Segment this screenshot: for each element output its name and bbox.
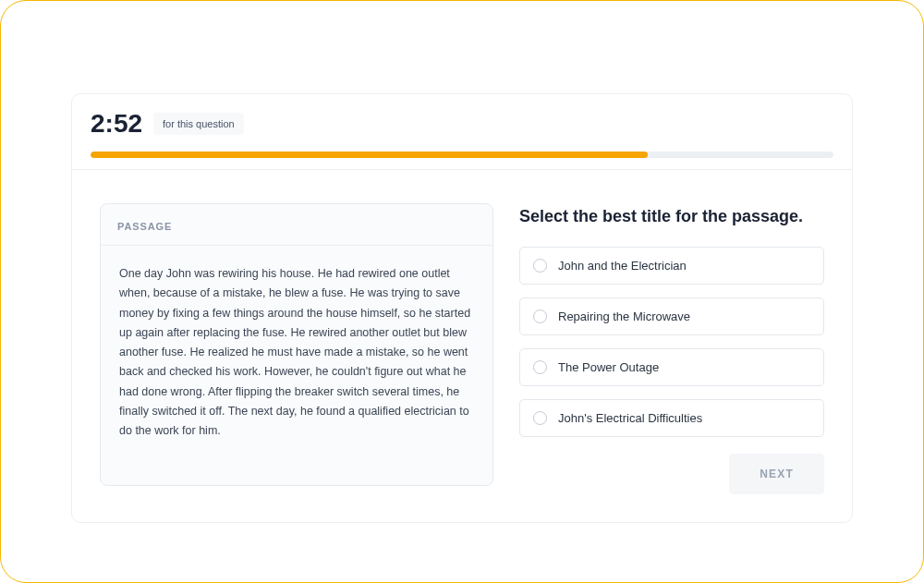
answer-option-1[interactable]: Repairing the Microwave <box>519 298 824 335</box>
card-header: 2:52 for this question <box>72 94 852 152</box>
answer-option-3[interactable]: John's Electrical Difficulties <box>519 399 824 437</box>
answer-option-label: The Power Outage <box>558 360 659 374</box>
progress-area <box>72 152 852 169</box>
passage-heading: PASSAGE <box>101 204 492 246</box>
question-card: 2:52 for this question PASSAGE One day J… <box>71 93 853 523</box>
progress-fill <box>91 152 648 158</box>
answer-option-label: Repairing the Microwave <box>558 310 690 323</box>
answer-option-0[interactable]: John and the Electrician <box>519 247 824 285</box>
outer-frame: 2:52 for this question PASSAGE One day J… <box>0 0 924 583</box>
radio-icon <box>533 411 547 425</box>
passage-box: PASSAGE One day John was rewiring his ho… <box>100 203 493 486</box>
passage-column: PASSAGE One day John was rewiring his ho… <box>100 203 493 494</box>
card-body: PASSAGE One day John was rewiring his ho… <box>72 170 852 522</box>
next-button[interactable]: NEXT <box>729 454 824 494</box>
timer-label: for this question <box>153 113 244 135</box>
progress-track <box>91 152 833 158</box>
question-prompt: Select the best title for the passage. <box>519 207 824 226</box>
answer-option-2[interactable]: The Power Outage <box>519 348 824 386</box>
radio-icon <box>533 259 547 273</box>
passage-text: One day John was rewiring his house. He … <box>101 246 492 485</box>
answer-option-label: John's Electrical Difficulties <box>558 411 702 425</box>
timer-value: 2:52 <box>91 109 142 139</box>
next-button-row: NEXT <box>519 454 824 494</box>
radio-icon <box>533 360 547 374</box>
question-column: Select the best title for the passage. J… <box>519 203 824 494</box>
answer-option-label: John and the Electrician <box>558 259 687 273</box>
radio-icon <box>533 310 547 323</box>
